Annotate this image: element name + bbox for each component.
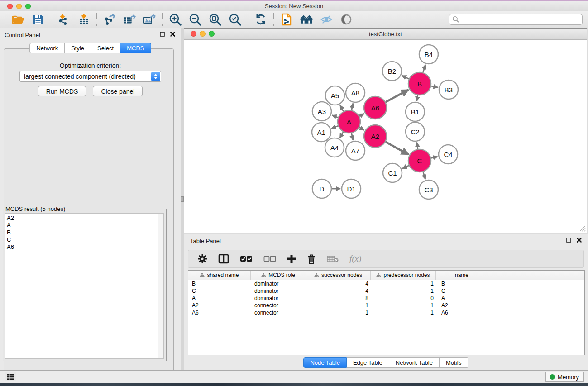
- main-toolbar: [0, 11, 588, 28]
- tab-edge-table[interactable]: Edge Table: [347, 357, 389, 368]
- table-row[interactable]: Cdominator41C: [188, 287, 584, 295]
- function-builder-fx-icon[interactable]: f(x): [349, 254, 361, 264]
- table-row[interactable]: Adominator80A: [188, 295, 584, 302]
- cell-filler: [488, 295, 584, 302]
- graph-edge-A-A3[interactable]: [332, 115, 338, 118]
- graph-edge-C-C1[interactable]: [402, 166, 409, 169]
- network-window-title: testGlobe.txt: [184, 31, 587, 38]
- export-image-icon[interactable]: [143, 13, 156, 26]
- graph-edge-A-A2[interactable]: [359, 128, 364, 130]
- float-panel-icon[interactable]: [160, 32, 165, 37]
- column-header-shared-name[interactable]: shared name: [188, 271, 251, 280]
- cell-name: A: [436, 295, 488, 302]
- zoom-out-icon[interactable]: [189, 13, 201, 26]
- control-panel-tabs: NetworkStyleSelectMCDS: [0, 43, 181, 53]
- scrollbar-track[interactable]: [158, 214, 163, 358]
- show-graphics-details-eye-icon[interactable]: [340, 13, 353, 26]
- graph-edge-A2-C[interactable]: [386, 142, 409, 155]
- mcds-result-list[interactable]: A2ABCA6: [5, 213, 164, 359]
- cell-predecessor-nodes: 1: [371, 302, 436, 309]
- close-panel-button[interactable]: Close panel: [93, 86, 143, 96]
- hide-details-eye-icon[interactable]: [320, 13, 333, 26]
- tab-motifs[interactable]: Motifs: [440, 357, 468, 368]
- import-network-icon[interactable]: [57, 13, 70, 26]
- table-row[interactable]: A2connector11A2: [188, 302, 584, 309]
- float-table-panel-icon[interactable]: [566, 238, 571, 243]
- memory-status-dot: [550, 374, 555, 380]
- export-table-icon[interactable]: [123, 13, 136, 26]
- show-all-networks-icon[interactable]: [300, 13, 313, 26]
- zoom-fit-icon[interactable]: [209, 13, 221, 26]
- splitter-handle[interactable]: [181, 196, 184, 202]
- cell-shared-name: A: [188, 295, 251, 302]
- deselect-all-checkboxes-icon[interactable]: [263, 256, 276, 262]
- memory-button[interactable]: Memory: [545, 372, 584, 382]
- graph-edge-A-A1[interactable]: [332, 126, 338, 128]
- network-view-window: testGlobe.txt B4B2BB3A8A5A6A3B1AA1C2A2A4…: [184, 28, 587, 233]
- cell-successor-nodes: 1: [306, 302, 371, 309]
- optimization-criterion-dropdown[interactable]: largest connected component (directed): [19, 71, 161, 82]
- table-body: Bdominator41BCdominator41CAdominator80AA…: [188, 280, 584, 316]
- graph-edge-B-B4[interactable]: [423, 65, 425, 72]
- add-column-icon[interactable]: [287, 254, 296, 263]
- graph-edge-A-A6[interactable]: [359, 114, 364, 116]
- zoom-in-icon[interactable]: [169, 13, 182, 26]
- graph-edge-B-B1[interactable]: [417, 95, 418, 101]
- memory-label: Memory: [558, 374, 579, 381]
- close-panel-icon[interactable]: [170, 32, 175, 37]
- table-row[interactable]: A6connector11A6: [188, 309, 584, 316]
- tab-mcds[interactable]: MCDS: [120, 43, 151, 53]
- column-header-name[interactable]: name: [436, 271, 488, 280]
- graph-edge-C-C4[interactable]: [431, 157, 437, 158]
- graph-node-label-A5: A5: [331, 92, 339, 100]
- open-file-icon[interactable]: [12, 13, 24, 26]
- column-header-mcds-role[interactable]: MCDS role: [251, 271, 306, 280]
- graph-edge-A6-B[interactable]: [386, 90, 409, 102]
- table-row[interactable]: Bdominator41B: [188, 280, 584, 287]
- graph-edge-B-B2[interactable]: [402, 76, 409, 79]
- tab-network[interactable]: Network: [29, 43, 65, 53]
- mcds-result-item: C: [7, 236, 163, 243]
- cell-filler: [488, 302, 584, 309]
- graph-edge-C-C2[interactable]: [417, 143, 418, 149]
- search-input[interactable]: [449, 14, 583, 25]
- tab-network-table[interactable]: Network Table: [389, 357, 440, 368]
- graph-edge-A-A7[interactable]: [352, 133, 353, 140]
- graph-edge-A-A4[interactable]: [340, 132, 344, 138]
- tab-node-table[interactable]: Node Table: [303, 357, 347, 368]
- zoom-selected-icon[interactable]: [229, 13, 241, 26]
- vertical-splitter[interactable]: [181, 28, 184, 370]
- save-session-icon[interactable]: [32, 13, 44, 26]
- main-titlebar[interactable]: Session: New Session: [0, 1, 588, 11]
- cell-predecessor-nodes: 1: [371, 287, 436, 295]
- cell-successor-nodes: 4: [306, 287, 371, 295]
- graph-edge-A-A8[interactable]: [352, 103, 353, 110]
- task-history-list-button[interactable]: [5, 372, 16, 381]
- column-header-predecessor-nodes[interactable]: predecessor nodes: [371, 271, 436, 280]
- column-header-successor-nodes[interactable]: successor nodes: [306, 271, 371, 280]
- graph-edge-A-A5[interactable]: [340, 105, 343, 111]
- graph-node-label-A1: A1: [317, 129, 325, 136]
- column-type-icon: [314, 273, 319, 278]
- delete-column-trash-icon[interactable]: [307, 254, 316, 264]
- graph-edge-B-B3[interactable]: [431, 86, 438, 87]
- graph-edge-C-C3[interactable]: [423, 172, 425, 179]
- cell-shared-name: A2: [188, 302, 251, 309]
- clone-network-icon[interactable]: [280, 13, 293, 26]
- delete-table-icon[interactable]: [327, 255, 339, 262]
- graph-node-label-A7: A7: [351, 147, 359, 155]
- select-all-checkboxes-icon[interactable]: [240, 256, 253, 262]
- network-canvas[interactable]: B4B2BB3A8A5A6A3B1AA1C2A2A4A7C4CC1DD1C3: [184, 40, 587, 233]
- close-table-panel-icon[interactable]: [577, 238, 582, 243]
- export-network-icon[interactable]: [103, 13, 116, 26]
- tab-select[interactable]: Select: [91, 43, 120, 53]
- tab-style[interactable]: Style: [65, 43, 91, 53]
- resize-grip-icon[interactable]: [579, 225, 586, 232]
- run-mcds-button[interactable]: Run MCDS: [38, 86, 86, 96]
- import-table-icon[interactable]: [77, 13, 90, 26]
- network-window-titlebar[interactable]: testGlobe.txt: [184, 29, 587, 40]
- refresh-layout-icon[interactable]: [254, 13, 267, 26]
- column-visibility-icon[interactable]: [218, 254, 229, 264]
- table-settings-gear-icon[interactable]: [197, 254, 207, 264]
- cell-mcds-role: connector: [251, 309, 306, 316]
